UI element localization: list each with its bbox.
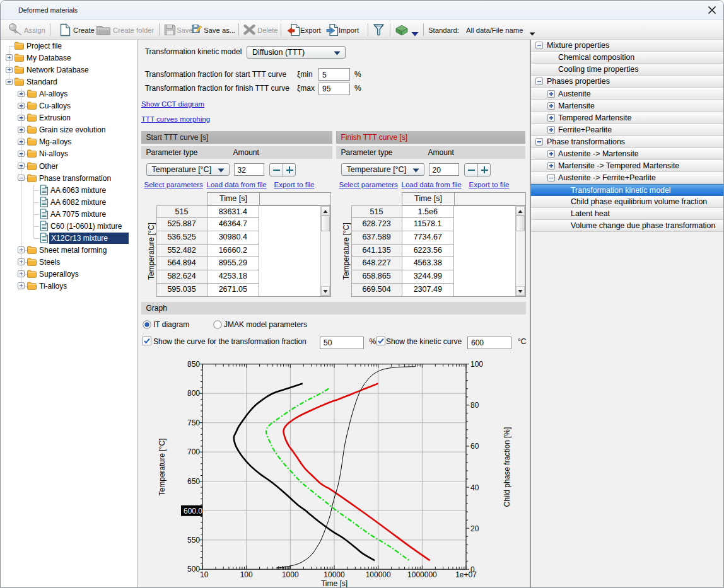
svg-text:650: 650: [187, 477, 200, 486]
svg-text:10000: 10000: [324, 570, 345, 579]
svg-text:750: 750: [187, 418, 200, 427]
svg-text:550: 550: [187, 536, 200, 545]
svg-text:Child phase fraction [%]: Child phase fraction [%]: [503, 427, 511, 507]
svg-text:100: 100: [470, 360, 483, 369]
svg-text:800: 800: [187, 389, 200, 398]
svg-text:1000000: 1000000: [407, 570, 437, 579]
svg-text:100: 100: [240, 570, 253, 579]
svg-text:80: 80: [470, 401, 479, 410]
svg-text:600.0: 600.0: [184, 507, 202, 516]
svg-text:500: 500: [187, 565, 200, 574]
svg-text:0: 0: [470, 565, 475, 574]
svg-text:Time [s]: Time [s]: [321, 579, 347, 588]
svg-text:100000: 100000: [366, 570, 391, 579]
svg-text:850: 850: [187, 360, 200, 369]
svg-text:60: 60: [470, 442, 479, 451]
svg-text:20: 20: [470, 524, 479, 533]
svg-text:10: 10: [200, 570, 209, 579]
svg-text:1000: 1000: [282, 570, 299, 579]
svg-text:40: 40: [470, 483, 479, 492]
svg-text:Temperature [°C]: Temperature [°C]: [158, 439, 166, 496]
svg-text:700: 700: [187, 447, 200, 456]
